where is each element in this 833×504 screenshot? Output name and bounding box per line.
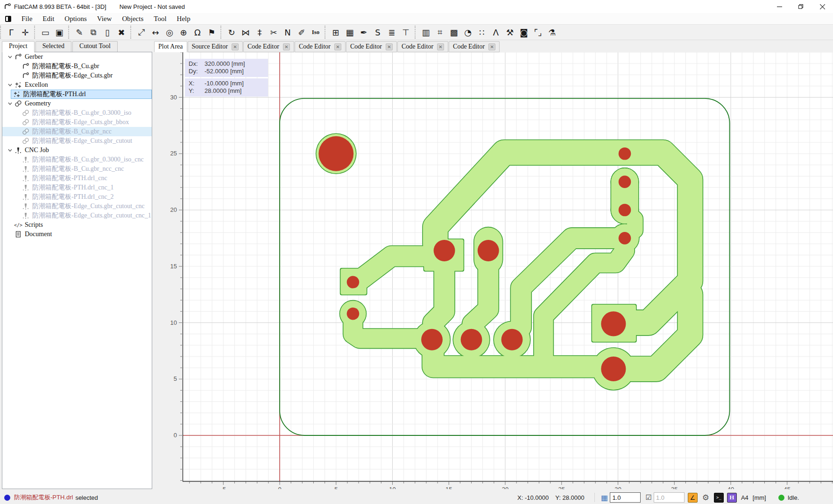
tab-source-editor[interactable]: Source Editor✕ bbox=[188, 41, 243, 52]
tree-item[interactable]: 防潮箱配電板-Edge_Cuts.gbr_cutout_cnc bbox=[2, 202, 152, 211]
cutout-icon[interactable]: ✂ bbox=[267, 26, 281, 39]
restore-button[interactable] bbox=[790, 0, 812, 13]
tab-code-editor[interactable]: Code Editor✕ bbox=[243, 41, 294, 52]
tree-item[interactable]: 防潮箱配電板-PTH.drl_cnc bbox=[2, 174, 152, 183]
close-tab-icon[interactable]: ✕ bbox=[437, 43, 444, 50]
grid-link-checkbox[interactable]: ☑ bbox=[645, 493, 651, 502]
menu-view[interactable]: View bbox=[92, 14, 117, 23]
grid-y-input[interactable] bbox=[654, 492, 685, 503]
isolation-icon[interactable]: Iso bbox=[309, 26, 323, 39]
close-tab-icon[interactable]: ✕ bbox=[283, 43, 290, 50]
grid-x-input[interactable] bbox=[610, 492, 641, 503]
menu-edit[interactable]: Edit bbox=[37, 14, 59, 23]
map-locate-icon[interactable]: ⚑ bbox=[205, 26, 219, 39]
chevron-down-icon[interactable] bbox=[6, 102, 14, 105]
close-tab-icon[interactable]: ✕ bbox=[386, 43, 393, 50]
tree-item[interactable]: 防潮箱配電板-Edge_Cuts.gbr_cutout_cnc_1 bbox=[2, 211, 152, 220]
tree-group-gerber[interactable]: Gerber bbox=[2, 52, 152, 62]
tab-code-editor[interactable]: Code Editor✕ bbox=[397, 41, 448, 52]
tree-item[interactable]: 防潮箱配電板-B_Cu.gbr_ncc_cnc bbox=[2, 164, 152, 174]
menu-help[interactable]: Help bbox=[172, 14, 196, 23]
film-icon[interactable]: ▦ bbox=[343, 26, 357, 39]
origin-icon[interactable]: ◎ bbox=[162, 26, 176, 39]
chevron-down-icon[interactable] bbox=[6, 55, 14, 59]
close-tab-icon[interactable]: ✕ bbox=[232, 43, 239, 50]
tab-cutout-tool[interactable]: Cutout Tool bbox=[72, 41, 118, 52]
close-button[interactable] bbox=[812, 0, 833, 13]
tree-item[interactable]: 防潮箱配電板-Edge_Cuts.gbr_cutout bbox=[2, 136, 152, 146]
tree-group-cnc-job[interactable]: CNC Job bbox=[2, 146, 152, 155]
tree-item[interactable]: 防潮箱配電板-B_Cu.gbr bbox=[2, 62, 152, 71]
punch-gerber-icon[interactable]: ⚒ bbox=[503, 26, 517, 39]
invert-icon[interactable]: ◙ bbox=[517, 26, 531, 39]
chevron-down-icon[interactable] bbox=[6, 148, 14, 152]
close-tab-icon[interactable]: ✕ bbox=[334, 43, 341, 50]
tree-group-document[interactable]: Document bbox=[2, 230, 152, 239]
shell-icon[interactable]: >_ bbox=[714, 493, 724, 503]
save-project-icon[interactable]: ▣ bbox=[52, 26, 66, 39]
tree-item[interactable]: 防潮箱配電板-PTH.drl bbox=[2, 90, 152, 99]
axis-toggle-icon[interactable]: ∠ bbox=[688, 493, 698, 503]
grid-snap-icon[interactable]: ▦ bbox=[599, 492, 610, 503]
minimize-button[interactable] bbox=[769, 0, 790, 13]
open-excellon-icon[interactable]: ✛ bbox=[18, 26, 32, 39]
panel-toggle-icon[interactable] bbox=[5, 15, 12, 22]
markers-icon[interactable]: ✒ bbox=[357, 26, 371, 39]
zoom-fit-icon[interactable]: ⤢ bbox=[134, 26, 148, 39]
menu-options[interactable]: Options bbox=[59, 14, 92, 23]
paint-icon[interactable]: ✐ bbox=[295, 26, 309, 39]
tree-group-scripts[interactable]: </>Scripts bbox=[2, 220, 152, 230]
mirror-icon[interactable]: ⋈ bbox=[239, 26, 253, 39]
editor-icon[interactable]: ✎ bbox=[72, 26, 86, 39]
drill-hole bbox=[501, 329, 523, 350]
gerber-icon bbox=[21, 72, 30, 79]
extract-drills-icon[interactable]: ∷ bbox=[475, 26, 489, 39]
tree-item[interactable]: 防潮箱配電板-B_Cu.gbr_0.3000_iso bbox=[2, 108, 152, 118]
tab-code-editor[interactable]: Code Editor✕ bbox=[295, 41, 346, 52]
tree-item[interactable]: 防潮箱配電板-B_Cu.gbr_0.3000_iso_cnc bbox=[2, 155, 152, 164]
tab-code-editor[interactable]: Code Editor✕ bbox=[346, 41, 397, 52]
tab-project[interactable]: Project bbox=[2, 41, 35, 52]
etch-icon[interactable]: ⚗ bbox=[545, 26, 559, 39]
tree-item[interactable]: 防潮箱配電板-PTH.drl_cnc_1 bbox=[2, 183, 152, 192]
menu-file[interactable]: File bbox=[16, 14, 37, 23]
chevron-down-icon[interactable] bbox=[6, 83, 14, 87]
calculator-icon[interactable]: ▥ bbox=[419, 26, 433, 39]
tree-group-geometry[interactable]: Geometry bbox=[2, 99, 152, 108]
locate-icon[interactable]: Ω bbox=[191, 26, 205, 39]
open-gerber-icon[interactable]: Γ bbox=[4, 26, 18, 39]
hud-toggle-icon[interactable]: H bbox=[727, 493, 737, 503]
close-tab-icon[interactable]: ✕ bbox=[488, 43, 495, 50]
menu-tool[interactable]: Tool bbox=[148, 14, 171, 23]
levels-icon[interactable]: S bbox=[371, 26, 385, 39]
panelize-icon[interactable]: ⊞ bbox=[329, 26, 343, 39]
new-blank-icon[interactable]: ▯ bbox=[100, 26, 114, 39]
tree-item[interactable]: 防潮箱配電板-Edge_Cuts.gbr bbox=[2, 71, 152, 80]
ncc-icon[interactable]: N bbox=[281, 26, 295, 39]
replot-icon[interactable]: ↻ bbox=[225, 26, 239, 39]
solder-paste-icon[interactable]: ⊤ bbox=[399, 26, 413, 39]
plot-canvas[interactable]: -5051015202530354045051015202530 Dx:320.… bbox=[154, 52, 833, 489]
tab-plot-area[interactable]: Plot Area bbox=[154, 41, 187, 52]
tree-item[interactable]: 防潮箱配電板-PTH.drl_cnc_2 bbox=[2, 192, 152, 202]
tab-code-editor[interactable]: Code Editor✕ bbox=[449, 41, 500, 52]
qrcode-icon[interactable]: ▩ bbox=[447, 26, 461, 39]
transform-icon[interactable]: ⌗ bbox=[433, 26, 447, 39]
distance-icon[interactable]: ↔ bbox=[148, 26, 162, 39]
tree-item-selected[interactable]: 防潮箱配電板-PTH.drl bbox=[11, 90, 152, 99]
tree-group-excellon[interactable]: Excellon bbox=[2, 80, 152, 90]
tab-selected[interactable]: Selected bbox=[35, 41, 71, 52]
corner-markers-icon[interactable]: ⌜⌟ bbox=[531, 26, 545, 39]
preferences-icon[interactable]: ⚙ bbox=[701, 493, 711, 503]
align-icon[interactable]: ‡ bbox=[253, 26, 267, 39]
calibrate-icon[interactable]: Λ bbox=[489, 26, 503, 39]
menu-objects[interactable]: Objects bbox=[117, 14, 148, 23]
open-project-icon[interactable]: ▭ bbox=[38, 26, 52, 39]
script-icon[interactable]: ≣ bbox=[385, 26, 399, 39]
jump-icon[interactable]: ⊕ bbox=[176, 26, 191, 39]
copper-thieving-icon[interactable]: ◔ bbox=[461, 26, 475, 39]
tree-item[interactable]: 防潮箱配電板-Edge_Cuts.gbr_bbox bbox=[2, 118, 152, 127]
copy-object-icon[interactable]: ⧉ bbox=[86, 26, 100, 39]
tree-item[interactable]: 防潮箱配電板-B_Cu.gbr_ncc bbox=[2, 127, 152, 136]
delete-icon[interactable]: ✖ bbox=[114, 26, 128, 39]
